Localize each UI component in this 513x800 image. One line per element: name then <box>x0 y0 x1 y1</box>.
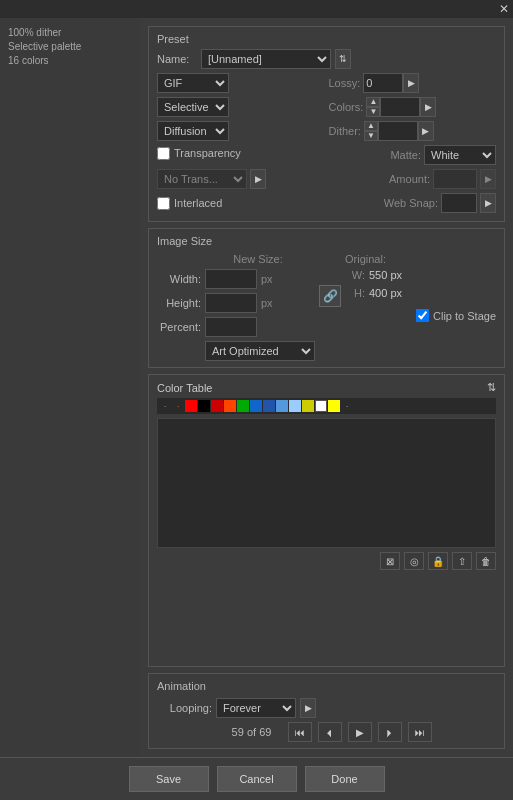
next-frame-btn[interactable]: ⏵ <box>378 722 402 742</box>
swatch-darkred[interactable] <box>211 400 223 412</box>
swatch-brightyellow[interactable] <box>328 400 340 412</box>
close-button[interactable]: ✕ <box>499 2 509 16</box>
transparency-checkbox-row: Transparency <box>157 147 241 160</box>
swatch-green[interactable] <box>237 400 249 412</box>
link-button[interactable]: 🔗 <box>319 285 341 307</box>
right-panel: Preset Name: [Unnamed] ⇅ GIF <box>140 18 513 757</box>
color-swatches: · · · <box>157 398 496 414</box>
int-websnap-row: Interlaced Web Snap: 0% ▶ <box>157 193 496 213</box>
trans-matte-row: Transparency Matte: White <box>157 145 496 165</box>
swatch-orange[interactable] <box>224 400 236 412</box>
ct-btn-lock[interactable]: 🔒 <box>428 552 448 570</box>
interlaced-row: Interlaced <box>157 197 222 210</box>
notrans-amount-row: No Trans... ▶ Amount: 100% ▶ <box>157 169 496 189</box>
last-frame-btn[interactable]: ⏭ <box>408 722 432 742</box>
dither-input[interactable]: 100% <box>378 121 418 141</box>
width-row: Width: 550 px <box>157 269 315 289</box>
dither-info: 100% dither <box>8 26 132 40</box>
looping-arrow[interactable]: ▶ <box>300 698 316 718</box>
height-input[interactable]: 400 <box>205 293 257 313</box>
swatch-special-2[interactable]: · <box>172 400 184 412</box>
lossy-label: Lossy: <box>329 77 361 89</box>
left-info: 100% dither Selective palette 16 colors <box>0 18 140 76</box>
ct-toolbar: ⊠ ◎ 🔒 ⇧ 🗑 <box>157 552 496 570</box>
websnap-input[interactable]: 0% <box>441 193 477 213</box>
format-lossy-row: GIF Lossy: 0 ▶ <box>157 73 496 93</box>
save-button[interactable]: Save <box>129 766 209 792</box>
height-unit: px <box>261 297 273 309</box>
dither-select[interactable]: Diffusion <box>157 121 229 141</box>
playback-row: 59 of 69 ⏮ ⏴ ▶ ⏵ ⏭ <box>157 722 496 742</box>
ct-btn-shift[interactable]: ⇧ <box>452 552 472 570</box>
ct-btn-1[interactable]: ⊠ <box>380 552 400 570</box>
ct-header: Color Table ⇅ <box>157 381 496 394</box>
preset-name-row: Name: [Unnamed] ⇅ <box>157 49 496 69</box>
orig-h-value: 400 px <box>369 287 402 299</box>
original-label: Original: <box>345 253 496 265</box>
size-left: New Size: Width: 550 px Height: 400 px <box>157 253 315 361</box>
swatch-darkblue[interactable] <box>263 400 275 412</box>
lossy-input[interactable]: 0 <box>363 73 403 93</box>
first-frame-btn[interactable]: ⏮ <box>288 722 312 742</box>
cancel-button[interactable]: Cancel <box>217 766 297 792</box>
no-trans-select[interactable]: No Trans... <box>157 169 247 189</box>
clip-label: Clip to Stage <box>433 310 496 322</box>
quality-row: Art Optimized <box>157 341 315 361</box>
amount-input[interactable]: 100% <box>433 169 477 189</box>
animation-section: Animation Looping: Forever ▶ 59 of 69 ⏮ … <box>148 673 505 749</box>
swatch-midblue[interactable] <box>276 400 288 412</box>
colors-arrow[interactable]: ▶ <box>420 97 436 117</box>
interlaced-checkbox[interactable] <box>157 197 170 210</box>
width-unit: px <box>261 273 273 285</box>
image-size-label: Image Size <box>157 235 496 247</box>
percent-input[interactable]: 100 <box>205 317 257 337</box>
dither-arrow[interactable]: ▶ <box>418 121 434 141</box>
size-right: Original: W: 550 px H: 400 px Clip to St… <box>345 253 496 322</box>
height-row: Height: 400 px <box>157 293 315 313</box>
swatch-yellow[interactable] <box>302 400 314 412</box>
format-select[interactable]: GIF <box>157 73 229 93</box>
colors-label: Colors: <box>329 101 364 113</box>
swatch-special-3[interactable]: · <box>341 400 353 412</box>
colors-up[interactable]: ▲ <box>366 97 380 107</box>
websnap-arrow[interactable]: ▶ <box>480 193 496 213</box>
lossy-cell: Lossy: 0 ▶ <box>329 73 497 93</box>
title-bar: ✕ <box>0 0 513 18</box>
looping-select[interactable]: Forever <box>216 698 296 718</box>
preset-name-select[interactable]: [Unnamed] <box>201 49 331 69</box>
ct-options-icon[interactable]: ⇅ <box>487 381 496 394</box>
matte-cell: Matte: White <box>390 145 496 165</box>
ct-btn-delete[interactable]: 🗑 <box>476 552 496 570</box>
swatch-black[interactable] <box>198 400 210 412</box>
swatch-special-1[interactable]: · <box>159 400 171 412</box>
lossy-arrow[interactable]: ▶ <box>403 73 419 93</box>
preset-options-btn[interactable]: ⇅ <box>335 49 351 69</box>
swatch-white[interactable] <box>315 400 327 412</box>
colors-info: 16 colors <box>8 54 132 68</box>
colors-down[interactable]: ▼ <box>366 107 380 117</box>
amount-label: Amount: <box>389 173 430 185</box>
ct-btn-2[interactable]: ◎ <box>404 552 424 570</box>
dither-down[interactable]: ▼ <box>364 131 378 141</box>
play-btn[interactable]: ▶ <box>348 722 372 742</box>
quality-select[interactable]: Art Optimized <box>205 341 315 361</box>
dither-up[interactable]: ▲ <box>364 121 378 131</box>
algorithm-select[interactable]: Selective <box>157 97 229 117</box>
transparency-checkbox[interactable] <box>157 147 170 160</box>
done-button[interactable]: Done <box>305 766 385 792</box>
size-grid: New Size: Width: 550 px Height: 400 px <box>157 253 496 361</box>
matte-select[interactable]: White <box>424 145 496 165</box>
swatch-lightblue[interactable] <box>289 400 301 412</box>
clip-checkbox[interactable] <box>416 309 429 322</box>
interlaced-label: Interlaced <box>174 197 222 209</box>
width-input[interactable]: 550 <box>205 269 257 289</box>
notrans-cell: No Trans... ▶ <box>157 169 266 189</box>
swatch-red[interactable] <box>185 400 197 412</box>
swatch-blue[interactable] <box>250 400 262 412</box>
amount-arrow[interactable]: ▶ <box>480 169 496 189</box>
prev-frame-btn[interactable]: ⏴ <box>318 722 342 742</box>
preset-label: Preset <box>157 33 496 45</box>
colors-cell: Colors: ▲ ▼ 16 ▶ <box>329 97 497 117</box>
colors-input[interactable]: 16 <box>380 97 420 117</box>
notrans-arrow[interactable]: ▶ <box>250 169 266 189</box>
